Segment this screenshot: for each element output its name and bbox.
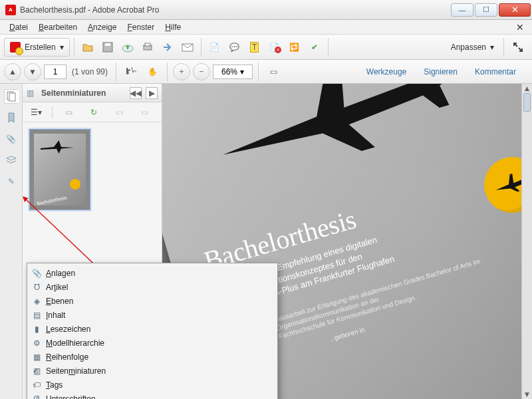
ctx-artikel[interactable]: ℧Artikel: [27, 280, 277, 294]
ctx-ebenen[interactable]: ◈Ebenen: [27, 294, 277, 308]
hand-icon: ✋: [148, 67, 158, 76]
thumb-tool4[interactable]: ▭: [135, 103, 154, 122]
menu-bearbeiten[interactable]: Bearbeiten: [33, 21, 82, 33]
maximize-button[interactable]: ☐: [475, 3, 497, 17]
hand-tool[interactable]: ✋: [143, 63, 162, 81]
create-button[interactable]: Erstellen ▾: [4, 38, 70, 57]
menu-datei[interactable]: Datei: [4, 21, 33, 33]
page-number-input[interactable]: 1: [44, 65, 66, 79]
comment-tool[interactable]: 💬: [225, 38, 244, 57]
scroll-up-icon[interactable]: ▲: [522, 84, 532, 93]
chevron-down-icon: ▾: [240, 67, 244, 76]
doc-tool1[interactable]: 📄: [205, 38, 224, 57]
layers-icon: ◈: [31, 297, 42, 306]
separator: [201, 38, 201, 57]
ctx-reihenfolge[interactable]: ▦Reihenfolge: [27, 350, 277, 364]
separator: [258, 63, 259, 81]
stamp-tool[interactable]: 🔁: [285, 38, 304, 57]
menu-bar: Datei Bearbeiten Anzeige Fenster Hilfe ✕: [0, 20, 532, 35]
kommentar-link[interactable]: Kommentar: [469, 63, 521, 80]
thumb-tool1[interactable]: ▭: [59, 103, 78, 122]
zoom-in-button[interactable]: ＋: [173, 63, 190, 80]
email-button[interactable]: [178, 38, 197, 57]
zoom-out-button[interactable]: －: [193, 63, 210, 80]
speech-icon: 💬: [229, 43, 239, 52]
page-up-button[interactable]: ▲: [4, 63, 21, 80]
customize-label: Anpassen: [451, 43, 486, 52]
page-thumbnail-1[interactable]: Bachelorthesis: [29, 129, 90, 210]
doc-x-icon: 📄×: [269, 43, 279, 52]
select-tool[interactable]: [122, 63, 140, 81]
layers-tab[interactable]: [4, 153, 19, 168]
navpane-context-menu: 📎Anlagen ℧Artikel ◈Ebenen ▤Inhalt ▮Lesez…: [27, 263, 278, 399]
highlight-tool[interactable]: T: [245, 38, 264, 57]
share-button[interactable]: [158, 38, 177, 57]
ctx-modellhierarchie[interactable]: ⚙Modellhierarchie: [27, 336, 277, 350]
ctx-tags[interactable]: 🏷Tags: [27, 378, 277, 392]
separator: [52, 106, 53, 118]
bookmark-icon: ▮: [31, 325, 42, 334]
close-button[interactable]: ✕: [499, 3, 531, 17]
separator: [167, 63, 168, 81]
thumb-tool3[interactable]: ▭: [110, 103, 128, 122]
bookmarks-tab[interactable]: [4, 110, 19, 125]
open-button[interactable]: [78, 38, 97, 57]
separator: [328, 38, 329, 57]
customize-button[interactable]: Anpassen ▾: [446, 38, 499, 57]
signieren-link[interactable]: Signieren: [418, 63, 463, 80]
ctx-unterschriften[interactable]: ØUnterschriften: [27, 392, 277, 399]
thumbnails-toolbar: ☰▾ ▭ ↻ ▭ ▭: [23, 102, 162, 122]
signatures-tab[interactable]: ✎: [4, 174, 19, 189]
save-button[interactable]: [98, 38, 117, 57]
mail-icon: [181, 42, 194, 53]
thumbnails-tab[interactable]: [4, 89, 19, 104]
zoom-value: 66%: [221, 67, 237, 76]
print-button[interactable]: [138, 38, 157, 57]
attachments-tab[interactable]: 📎: [4, 132, 19, 146]
svg-rect-4: [145, 43, 150, 46]
thumbnails-header: ▥ Seitenminiaturen ◀◀ ▶: [23, 84, 162, 102]
ctx-anlagen[interactable]: 📎Anlagen: [27, 266, 277, 280]
delete-tool[interactable]: 📄×: [265, 38, 284, 57]
fit-tool[interactable]: ▭: [264, 63, 283, 81]
thumb-text: Bachelorthesis: [33, 192, 70, 209]
cloud-button[interactable]: [118, 38, 137, 57]
thumb-tool2[interactable]: ↻: [84, 103, 103, 122]
page-down-button[interactable]: ▼: [24, 63, 41, 80]
cloud-up-icon: [121, 41, 134, 53]
pages-icon: [7, 91, 16, 102]
pages-icon: ▥: [27, 88, 37, 98]
window-buttons: — ☐ ✕: [450, 3, 531, 17]
zoom-input[interactable]: 66%▾: [213, 65, 253, 79]
ok-tool[interactable]: ✔: [305, 38, 324, 57]
thumbnails-title: Seitenminiaturen: [41, 88, 126, 98]
scroll-down-icon[interactable]: ▼: [522, 390, 532, 399]
menu-anzeige[interactable]: Anzeige: [82, 21, 122, 33]
nav-pane-strip: 📎 ✎: [0, 84, 23, 399]
pages-icon: ▥: [31, 366, 42, 376]
chevron-down-icon: ▾: [60, 43, 64, 52]
airplane-icon: [41, 140, 74, 154]
separator: [74, 38, 74, 57]
cursor-icon: [125, 66, 137, 78]
tree-icon: ⚙: [31, 338, 42, 348]
minimize-button[interactable]: —: [451, 3, 473, 17]
collapse-right-button[interactable]: ▶: [146, 87, 158, 99]
scroll-handle[interactable]: [523, 93, 531, 112]
pdf-app-icon: A: [5, 5, 16, 15]
vertical-scrollbar[interactable]: ▲ ▼: [521, 84, 532, 399]
fullscreen-button[interactable]: [508, 38, 528, 57]
menu-fenster[interactable]: Fenster: [122, 21, 160, 33]
ctx-inhalt[interactable]: ▤Inhalt: [27, 308, 277, 322]
werkzeuge-link[interactable]: Werkzeuge: [361, 63, 412, 80]
options-button[interactable]: ☰▾: [27, 103, 45, 122]
workspace: 📎 ✎ ▥ Seitenminiaturen ◀◀ ▶ ☰▾ ▭ ↻ ▭ ▭ B…: [0, 84, 532, 399]
ctx-lesezeichen[interactable]: ▮Lesezeichen: [27, 322, 277, 336]
text-highlight-icon: T: [250, 42, 259, 53]
collapse-left-button[interactable]: ◀◀: [130, 87, 142, 99]
ctx-seitenminiaturen[interactable]: ✓▥Seitenminiaturen: [27, 364, 277, 378]
doc-close-button[interactable]: ✕: [512, 22, 528, 33]
page-count-label: (1 von 99): [69, 67, 110, 76]
doc-refresh-icon: 🔁: [289, 43, 299, 52]
menu-hilfe[interactable]: Hilfe: [160, 21, 186, 33]
